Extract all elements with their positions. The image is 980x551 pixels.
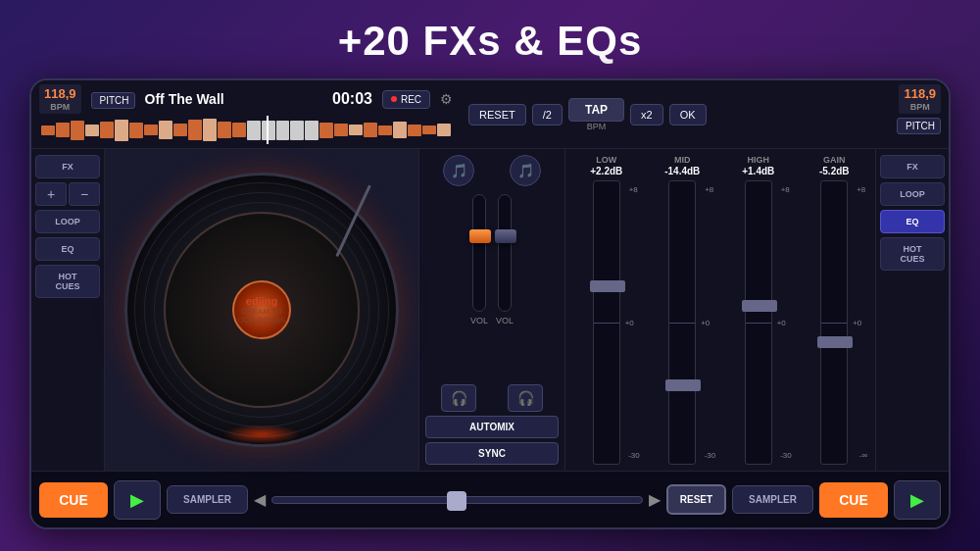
eq-button-right[interactable]: EQ: [880, 210, 945, 233]
crossfader-handle: [447, 491, 466, 511]
eq-gain-value: -5.2dB: [819, 166, 850, 176]
play-button-right[interactable]: ▶: [894, 480, 941, 520]
turntable-sublabel: DREAM TO OUR SONGS: [234, 307, 289, 325]
crossfader-arrow-left[interactable]: ◀: [254, 490, 266, 509]
waveform-bar: [203, 119, 217, 141]
fader-handle-left: [469, 229, 491, 243]
tap-button[interactable]: TAP: [568, 98, 624, 122]
reset-button[interactable]: RESET: [468, 104, 526, 125]
eq-gain-label: GAIN: [823, 155, 846, 165]
eq-high-label: HIGH: [748, 155, 770, 165]
hot-cues-button-right[interactable]: HOT CUES: [880, 237, 945, 271]
fader-area: VOL VOL: [425, 194, 559, 376]
ok-button[interactable]: OK: [669, 104, 707, 125]
eq-mid-fader[interactable]: [668, 180, 696, 465]
eq-gain-fader[interactable]: [820, 180, 848, 465]
waveform-bar: [437, 124, 451, 137]
waveform-bar: [188, 120, 202, 140]
eq-button-left[interactable]: EQ: [35, 237, 100, 261]
waveform-display: [39, 116, 453, 144]
waveform-bar: [276, 121, 290, 140]
turntable-glow: [222, 425, 301, 444]
turntable[interactable]: edjing DREAM TO OUR SONGS: [124, 173, 399, 447]
fader-col-left: VOL: [470, 194, 488, 376]
divider-button[interactable]: /2: [532, 104, 563, 125]
turntable-brand: edjing: [246, 295, 277, 307]
eq-minusinf-gain: -∞: [859, 451, 867, 460]
minus-button-left[interactable]: −: [69, 182, 100, 206]
waveform-bar: [393, 122, 407, 138]
bpm-display-left: 118,9 BPM: [39, 84, 81, 114]
settings-icon[interactable]: ⚙: [440, 91, 453, 107]
add-button-left[interactable]: +: [35, 182, 67, 206]
headphone-icon-left[interactable]: 🎵: [443, 155, 474, 186]
eq-col-high: HIGH +1.4dB +8 +0 -30: [723, 155, 794, 465]
tap-label: BPM: [587, 122, 607, 131]
sampler-button-right[interactable]: SAMPLER: [732, 485, 813, 514]
automix-button[interactable]: AUTOMIX: [425, 416, 559, 438]
eq-plus8-label: +8: [629, 185, 638, 194]
headphone-icon-right[interactable]: 🎵: [510, 155, 541, 186]
crossfader-area: ◀ ▶: [254, 490, 661, 509]
loop-button-left[interactable]: LOOP: [35, 210, 100, 233]
top-bar: 118,9 BPM PITCH Off The Wall 00:03 REC ⚙: [31, 80, 949, 149]
eq-plus8-mid: +8: [705, 185, 713, 194]
pitch-button-left[interactable]: PITCH: [91, 92, 135, 109]
main-area: FX + − LOOP EQ HOT CUES edji: [31, 149, 949, 471]
waveform-bar: [115, 120, 128, 141]
device-frame: 118,9 BPM PITCH Off The Wall 00:03 REC ⚙: [29, 78, 951, 529]
tap-section: TAP BPM: [568, 98, 624, 131]
eq-minus30-mid: -30: [705, 451, 716, 460]
waveform-bar: [319, 123, 333, 138]
rec-button[interactable]: REC: [382, 90, 430, 109]
right-panel: FX LOOP EQ HOT CUES: [875, 149, 949, 471]
mixer-icons: 🎵 🎵: [425, 155, 559, 186]
waveform-bar: [247, 121, 261, 140]
eq-zero-label: +0: [625, 319, 634, 327]
reset-bottom-button[interactable]: RESET: [666, 484, 726, 515]
top-right-section: 118,9 BPM PITCH: [734, 80, 949, 148]
eq-zero-line-high: [746, 323, 771, 324]
pitch-button-right[interactable]: PITCH: [897, 118, 941, 134]
hot-cues-button-left[interactable]: HOT CUES: [35, 265, 100, 298]
waveform-bar: [144, 125, 158, 135]
eq-zero-line: [594, 323, 619, 324]
loop-button-right[interactable]: LOOP: [880, 182, 945, 206]
waveform-bar: [41, 125, 55, 135]
cue-button-left[interactable]: CUE: [39, 482, 108, 518]
crossfader-track[interactable]: [271, 496, 643, 504]
cue-button-right[interactable]: CUE: [819, 482, 888, 518]
play-button-left[interactable]: ▶: [114, 480, 161, 520]
volume-fader-right[interactable]: [498, 194, 512, 312]
eq-high-value: +1.4dB: [742, 166, 774, 176]
waveform-bar: [422, 125, 436, 134]
turntable-area: edjing DREAM TO OUR SONGS: [105, 149, 418, 471]
fx-button-left[interactable]: FX: [35, 155, 100, 178]
turntable-center: edjing DREAM TO OUR SONGS: [232, 280, 291, 339]
sync-button[interactable]: SYNC: [425, 442, 559, 465]
waveform-bar: [364, 123, 377, 137]
eq-low-fader[interactable]: [593, 180, 620, 465]
top-right-info: 118,9 BPM: [742, 84, 941, 114]
vol-label-left: VOL: [470, 316, 488, 326]
sampler-button-left[interactable]: SAMPLER: [167, 485, 248, 514]
eq-high-handle: [742, 300, 777, 312]
headphone-button-left[interactable]: 🎧: [441, 384, 476, 412]
eq-low-label: LOW: [596, 155, 616, 165]
tempo-row: RESET /2 TAP BPM x2 OK: [468, 98, 726, 131]
eq-plus8-gain: +8: [857, 185, 865, 194]
volume-fader-left[interactable]: [472, 194, 486, 312]
waveform-bar: [305, 121, 318, 140]
headphone-button-right[interactable]: 🎧: [508, 384, 543, 412]
waveform-bar: [378, 125, 392, 135]
eq-high-fader[interactable]: [745, 180, 772, 465]
crossfader-arrow-right[interactable]: ▶: [649, 490, 661, 509]
eq-col-mid: MID -14.4dB +8 +0 -30: [648, 155, 718, 465]
track-name: Off The Wall: [145, 91, 224, 107]
page-title: +20 FXs & EQs: [338, 18, 643, 65]
x2-button[interactable]: x2: [630, 104, 663, 125]
waveform-bar: [408, 125, 421, 136]
fx-button-right[interactable]: FX: [880, 155, 945, 178]
eq-minus30-high: -30: [780, 451, 792, 460]
waveform-bar: [159, 121, 172, 138]
